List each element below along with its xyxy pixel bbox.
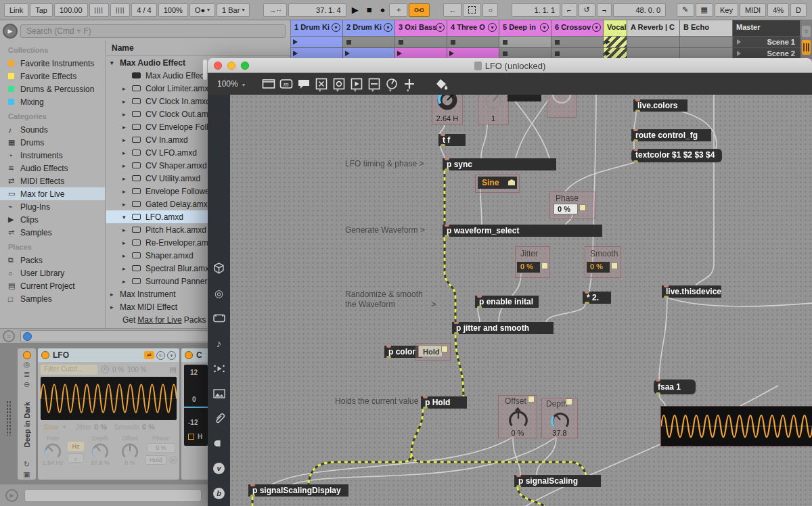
clip-slot[interactable] [604, 37, 627, 47]
midi-map-button[interactable]: MIDI [740, 3, 766, 17]
hot-swap-icon[interactable]: ◎ [24, 359, 30, 369]
name-column-header[interactable]: Name [106, 41, 290, 56]
p-hold-object[interactable]: p Hold [421, 396, 467, 409]
depth-knob[interactable]: Depth 37.8 % [87, 435, 114, 466]
draw-mode-button[interactable]: ✎ [677, 3, 694, 17]
fsaa-message[interactable]: fsaa 1 [654, 380, 696, 394]
device-on-toggle[interactable] [185, 351, 193, 359]
paint-bucket-icon[interactable] [433, 76, 451, 91]
category-item[interactable]: ▦Drums [0, 136, 105, 149]
device-activator-icon[interactable] [23, 351, 31, 359]
place-item[interactable]: ○User Library [0, 267, 105, 279]
expand-arrow-icon[interactable]: ▸ [122, 201, 132, 208]
category-item[interactable]: ⇌Samples [0, 226, 105, 239]
category-item[interactable]: ⌁Plug-Ins [0, 200, 105, 213]
clip-slot[interactable] [447, 37, 499, 47]
comment-icon[interactable] [295, 76, 313, 91]
smooth-button-icon[interactable] [611, 262, 618, 269]
track-menu-icon[interactable]: ▾ [540, 23, 549, 32]
one-dial[interactable]: 1 [478, 95, 509, 124]
drag-handle[interactable] [6, 400, 12, 436]
expand-arrow-icon[interactable]: ▸ [122, 252, 132, 259]
track-header[interactable]: B Echo ▾ [680, 20, 733, 36]
tempo-field[interactable]: 100.00 [54, 3, 88, 17]
offset-knob[interactable]: Offset 0 % [116, 435, 143, 466]
place-item[interactable]: ▤Current Project [0, 279, 105, 292]
play-button[interactable]: ▶ [352, 5, 359, 15]
wave-icon[interactable]: ≈ [3, 330, 15, 342]
p-waveform-select-object[interactable]: p waveform_select [443, 225, 602, 237]
clip-slot[interactable] [551, 48, 603, 59]
depth-button-icon[interactable] [566, 398, 572, 405]
vizzie-icon[interactable]: v [212, 461, 226, 476]
expand-arrow-icon[interactable]: ▾ [122, 214, 132, 221]
category-item[interactable]: ◔Instruments [0, 149, 105, 162]
smooth-numbox[interactable]: 0 % [587, 262, 610, 273]
clip-slot[interactable] [395, 37, 447, 47]
preview-play-button[interactable]: ▶ [3, 24, 18, 39]
dial-icon[interactable]: ▾ [383, 76, 401, 91]
clip-slot[interactable] [395, 48, 447, 59]
device-icon[interactable] [212, 311, 226, 325]
textcolor-message[interactable]: textcolor $1 $2 $3 $4 [631, 149, 722, 162]
groove-icon[interactable]: O●▾ [189, 3, 215, 17]
live-thisdevice-object[interactable]: live.thisdevice [662, 285, 721, 298]
p-sync-object[interactable]: p sync [443, 158, 556, 170]
beap-icon[interactable]: b [212, 486, 226, 501]
arrangement-position-field[interactable]: 37. 1. 4 [288, 3, 346, 17]
partial-dial[interactable] [547, 95, 577, 118]
track-menu-icon[interactable]: ▾ [488, 23, 497, 32]
track-menu-icon[interactable]: ▾ [436, 23, 445, 32]
back-to-arrangement-button[interactable]: ← [443, 3, 461, 17]
unmap-button[interactable]: ✕ [101, 365, 109, 373]
map-min-value[interactable]: 0 % [112, 366, 124, 373]
audio-note-icon[interactable]: ♪ [212, 336, 226, 350]
randomize-comment[interactable]: Randomize & smooth the Waveform > [345, 290, 453, 310]
add-object-icon[interactable]: ▾ [401, 76, 418, 91]
expand-arrow-icon[interactable]: ▸ [122, 150, 132, 156]
physics-cube-icon[interactable] [212, 261, 226, 275]
track-header[interactable]: 6 Crossov ▾ [551, 20, 604, 36]
max-title-bar[interactable]: LFO (unlocked) [208, 58, 812, 73]
button-icon[interactable]: ▾ [330, 76, 348, 91]
scene-slot[interactable]: Scene 1 [733, 36, 800, 47]
expand-arrow-icon[interactable]: ▸ [122, 227, 132, 233]
scene-play-icon[interactable] [737, 39, 741, 45]
loop-start-field[interactable]: 1. 1. 1 [512, 3, 560, 17]
object-box-icon[interactable] [260, 76, 277, 91]
collection-item[interactable]: Favorite Effects [0, 70, 105, 83]
loop-button[interactable]: ↺ [579, 3, 595, 17]
search-input[interactable]: Search (Cmd + F) [20, 24, 286, 38]
session-record-button[interactable] [409, 3, 430, 17]
hidden-object[interactable] [508, 95, 541, 101]
patcher-canvas[interactable]: 2.64 H 1 t f LFO timing & phase > p sync… [230, 95, 812, 506]
hold-toggle[interactable]: Hold [418, 345, 443, 357]
category-item[interactable]: ♪Sounds [0, 123, 105, 136]
plug-icon[interactable] [212, 436, 226, 451]
playbar-icon[interactable]: ▾ [348, 76, 365, 91]
save-device-button[interactable]: ▾ [167, 351, 176, 360]
expand-arrow-icon[interactable]: ▸ [122, 265, 132, 272]
list-icon[interactable]: ≣ [24, 369, 30, 380]
clip-slot[interactable] [627, 48, 679, 59]
toggle-icon[interactable]: ▾ [313, 76, 330, 91]
category-item[interactable]: ▶Clips [0, 213, 105, 226]
phase-field[interactable]: 0 % [147, 443, 175, 453]
track-header[interactable]: Master ▾ [733, 20, 800, 36]
quantization-menu[interactable]: 1 Bar▾ [217, 3, 250, 17]
track-menu-icon[interactable]: ▾ [384, 23, 392, 32]
edit-max-device-button[interactable]: ⇄ [144, 351, 154, 359]
jitter-numbox[interactable]: 0 % [517, 262, 540, 273]
zoom-menu[interactable]: 100% ▾ [217, 79, 245, 89]
device-title-bar[interactable]: LFO ⇄ ↻ ▾ [38, 348, 179, 362]
track-header[interactable]: 2 Drum Ki ▾ [343, 20, 395, 36]
timing-comment[interactable]: LFO timing & phase > [345, 159, 440, 169]
selection-box-button[interactable] [463, 3, 481, 17]
sync-button[interactable]: ♪ [68, 453, 84, 463]
smooth-value[interactable]: 0 % [142, 423, 155, 431]
expand-arrow-icon[interactable]: ▸ [122, 239, 132, 246]
p-jitter-smooth-object[interactable]: p jitter and smooth [452, 322, 554, 334]
clip-slot[interactable] [291, 37, 342, 47]
clip-slot[interactable] [499, 37, 551, 47]
jitter-value[interactable]: 0 % [94, 423, 107, 431]
